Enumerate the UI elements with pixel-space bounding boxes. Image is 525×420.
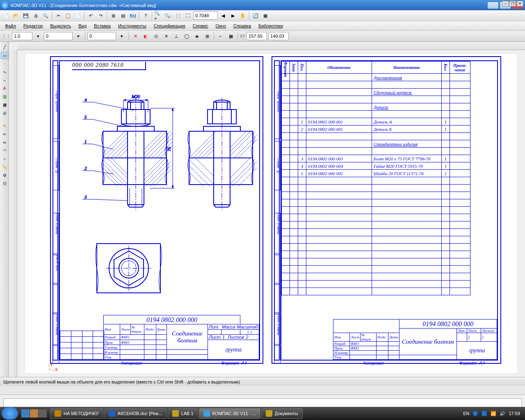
circle-tool-icon[interactable]: ○ [1, 155, 8, 162]
save-icon[interactable]: 💾 [21, 11, 30, 20]
snap-perp-icon[interactable]: ⊥ [172, 32, 181, 41]
language-indicator[interactable]: EN [463, 411, 469, 416]
redo-icon[interactable]: ↷ [96, 11, 105, 20]
svg-line-58 [144, 160, 169, 184]
val1-input[interactable] [44, 32, 73, 40]
fx-icon[interactable]: f(x) [128, 11, 137, 20]
dropdown-icon[interactable]: ▾ [74, 32, 83, 41]
tray-icon[interactable]: 📶 [491, 411, 496, 416]
taskbar-item[interactable]: LAB 1 [168, 408, 198, 419]
menu-libs[interactable]: Библиотеки [255, 22, 286, 30]
drawing-canvas[interactable]: 000 000 2080 7610 4 5 1 2 3 [9, 42, 525, 377]
zoom-input[interactable] [193, 11, 218, 20]
svg-line-50 [144, 131, 167, 154]
text-tool-icon[interactable]: A [1, 84, 8, 92]
drawing-sheet-2[interactable]: Перв. примен. Справ. № Подп. и дата Подп… [272, 56, 501, 364]
zoom-next-icon[interactable]: ▶ [228, 11, 237, 20]
menu-window[interactable]: Окно [212, 22, 229, 30]
curve-tool-icon[interactable]: ∿ [1, 68, 8, 75]
param-tool-icon[interactable]: ⚙ [1, 171, 8, 179]
trim-tool-icon[interactable]: ✂ [1, 130, 8, 138]
snap-grid-icon[interactable]: ⊞ [203, 32, 212, 41]
ql-desktop-icon[interactable] [21, 409, 30, 418]
menu-file[interactable]: Файл [2, 22, 19, 30]
menu-help[interactable]: Справка [230, 22, 254, 30]
layers-icon[interactable]: ▤ [119, 11, 128, 20]
grid-toggle-icon[interactable]: ▦ [226, 32, 235, 41]
menu-spec[interactable]: Спецификация [151, 22, 189, 30]
snap-end-icon[interactable]: ✕ [131, 32, 140, 41]
zoom-prev-icon[interactable]: ◀ [219, 11, 228, 20]
x-input[interactable] [247, 32, 267, 40]
taskbar-item[interactable]: НА МЕТОДИЧКУ [50, 408, 103, 419]
help-icon[interactable]: ? [141, 11, 150, 20]
tray-icon[interactable]: 🔵 [472, 411, 478, 416]
svg-line-85 [234, 135, 257, 158]
dropdown-icon[interactable]: ▾ [117, 32, 126, 41]
edit-tool-icon[interactable]: ✎ [1, 122, 8, 130]
ql-explorer-icon[interactable] [30, 409, 38, 418]
clock[interactable]: 17:59 [509, 411, 520, 416]
snap-near-icon[interactable]: ◈ [192, 32, 201, 41]
menu-select[interactable]: Выделить [47, 22, 74, 30]
point-tool-icon[interactable]: · [1, 60, 8, 67]
menu-editor[interactable]: Редактор [20, 22, 46, 30]
arc-tool-icon[interactable]: ◠ [1, 147, 8, 154]
dim-tool-icon[interactable]: ↔ [1, 76, 8, 84]
doc-minimize-button[interactable]: ─ [502, 1, 509, 7]
menu-service[interactable]: Сервис [189, 22, 212, 30]
preview-icon[interactable]: 🔍 [41, 11, 50, 20]
val2-input[interactable] [87, 32, 116, 40]
start-button[interactable] [2, 407, 18, 420]
drawing-sheet-1[interactable]: 000 000 2080 7610 4 5 1 2 3 [50, 56, 263, 364]
copy-icon[interactable]: 📋 [64, 11, 73, 20]
zoom-window-icon[interactable]: ⬚ [173, 11, 183, 20]
paste-icon[interactable]: 📄 [73, 11, 82, 20]
doc-close-button[interactable]: ✕ [517, 1, 523, 7]
spec-tool-icon[interactable]: ☷ [1, 180, 8, 187]
open-icon[interactable]: 📂 [11, 11, 21, 20]
menu-insert[interactable]: Вставка [91, 22, 114, 30]
mirror-tool-icon[interactable]: ⇔ [1, 139, 8, 146]
line-tool-icon[interactable]: ╱ [1, 43, 8, 51]
title-block-2: 0194 0802 000 000 Соединение болтомЛит.Л… [333, 319, 497, 360]
svg-line-77 [189, 131, 216, 158]
snap-mid-icon[interactable]: ◐ [141, 32, 150, 41]
menu-view[interactable]: Вид [75, 22, 90, 30]
snap-center-icon[interactable]: ⊙ [151, 32, 160, 41]
ql-switch-icon[interactable] [39, 409, 47, 418]
zoom-in-icon[interactable]: 🔍+ [154, 11, 163, 20]
table-tool-icon[interactable]: ▦ [1, 101, 8, 108]
print-icon[interactable]: 🖨 [31, 11, 40, 20]
zoom-out-icon[interactable]: 🔍- [164, 11, 173, 20]
dropdown-icon[interactable]: ▾ [34, 32, 43, 41]
grid-icon[interactable]: ⊞ [109, 11, 118, 20]
taskbar-item[interactable]: АКСЕНОВ.doc [Реж... [104, 408, 167, 419]
measure-tool-icon[interactable]: 📏 [1, 163, 8, 171]
undo-icon[interactable]: ↶ [86, 11, 95, 20]
taskbar-item[interactable]: Документы [261, 408, 303, 419]
menu-tools[interactable]: Инструменты [115, 22, 150, 30]
y-input[interactable] [268, 32, 289, 40]
refresh-icon[interactable]: 🔄 [251, 11, 260, 20]
minimize-button[interactable]: ─ [487, 2, 499, 9]
hatch-tool-icon[interactable]: ▨ [1, 93, 8, 100]
doc-restore-button[interactable]: ❐ [509, 1, 516, 7]
cut-icon[interactable]: ✂ [54, 11, 63, 20]
symbol-tool-icon[interactable]: ◎ [1, 109, 8, 116]
pan-icon[interactable]: ✋ [238, 11, 247, 20]
snap-tan-icon[interactable]: ◯ [182, 32, 191, 41]
ortho-icon[interactable]: ⌐ [216, 32, 225, 41]
svg-rect-30 [103, 131, 167, 158]
taskbar-item[interactable]: КОМПАС-3D V11 - ... [199, 408, 260, 419]
prop-grip-icon[interactable]: ⋮⋮ [2, 32, 11, 41]
new-icon[interactable]: 📄 [2, 11, 11, 20]
volume-icon[interactable]: 🔊 [500, 411, 505, 416]
tray-icon[interactable]: 🟦 [482, 411, 487, 416]
scale-input[interactable] [12, 32, 32, 40]
select-tool-icon[interactable]: ▭ [1, 52, 8, 59]
svg-line-53 [103, 164, 126, 186]
snap-intersect-icon[interactable]: ✕ [162, 32, 171, 41]
windows-icon[interactable]: ▦ [261, 11, 270, 20]
zoom-fit-icon[interactable]: ⛶ [183, 11, 192, 20]
